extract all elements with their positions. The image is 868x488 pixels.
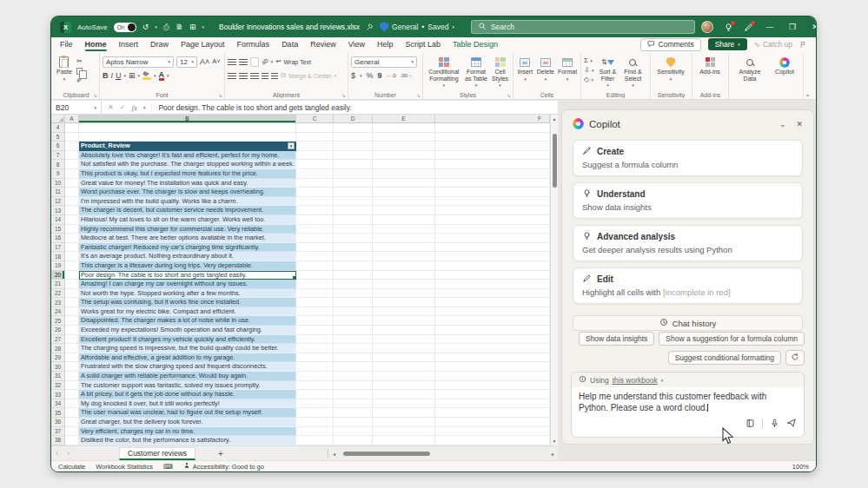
cell-A8[interactable]	[65, 160, 79, 169]
cell-C8[interactable]	[296, 160, 334, 169]
cell-F8[interactable]	[435, 160, 550, 169]
autosave-toggle[interactable]: On	[114, 23, 136, 32]
cell-B33[interactable]: A bit pricey, but it gets the job done w…	[79, 390, 296, 399]
cell-A13[interactable]	[65, 206, 79, 215]
cell-F30[interactable]	[435, 362, 550, 372]
cell-D5[interactable]	[334, 133, 373, 142]
comma-format-icon[interactable]: 9	[378, 71, 382, 80]
cell-C30[interactable]	[296, 362, 334, 372]
cell-A19[interactable]	[65, 261, 79, 271]
cell-A32[interactable]	[65, 381, 79, 391]
fill-icon[interactable]: ⇩ ▾	[584, 66, 593, 75]
fill-handle[interactable]	[293, 276, 295, 279]
cell-A17[interactable]	[65, 243, 79, 253]
whats-new-bulb-icon[interactable]	[724, 23, 733, 32]
cell-D29[interactable]	[334, 353, 373, 363]
cell-E21[interactable]	[373, 280, 435, 289]
copilot-close-icon[interactable]: ✕	[796, 120, 803, 129]
send-icon[interactable]	[786, 416, 797, 432]
cell-A37[interactable]	[65, 427, 79, 437]
add-ins-button[interactable]: Add-ins	[695, 55, 725, 76]
increase-decimal-icon[interactable]: ←.0	[387, 71, 396, 80]
cell-D6[interactable]	[334, 142, 373, 151]
alignment-dialog-launcher[interactable]: ⇘	[341, 92, 346, 98]
cell-F18[interactable]	[435, 252, 550, 261]
row-header-17[interactable]: 17	[51, 243, 65, 253]
find-select-button[interactable]: Find & Select ▾	[621, 55, 644, 89]
insert-function-icon[interactable]: fx	[131, 103, 137, 112]
cell-A23[interactable]	[65, 298, 79, 307]
font-size-select[interactable]: 12▾	[176, 56, 197, 68]
cell-D34[interactable]	[334, 399, 373, 409]
cell-B9[interactable]: This product is okay, but I expected mor…	[79, 169, 296, 179]
row-header-28[interactable]: 28	[51, 344, 65, 353]
cell-B36[interactable]: Great charger, but the delivery took for…	[79, 418, 296, 427]
cell-E22[interactable]	[373, 289, 435, 299]
cell-C9[interactable]	[296, 169, 334, 179]
menu-tab-review[interactable]: Review	[310, 37, 336, 51]
cell-C19[interactable]	[296, 261, 334, 271]
cell-C18[interactable]	[296, 252, 334, 261]
format-as-table-button[interactable]: Format as Table ▾	[464, 55, 488, 89]
font-dialog-launcher[interactable]: ⇘	[218, 92, 222, 98]
menu-tab-home[interactable]: Home	[85, 37, 107, 51]
cell-E34[interactable]	[373, 399, 435, 409]
suggestion-pill-show-a-suggestion-for-a-formula-column[interactable]: Show a suggestion for a formula column	[659, 332, 805, 346]
accounting-format-icon[interactable]: $	[351, 71, 355, 80]
cell-A38[interactable]	[65, 436, 79, 445]
cell-C32[interactable]	[296, 381, 334, 391]
cell-C10[interactable]	[296, 179, 334, 188]
row-header-23[interactable]: 23	[51, 298, 65, 307]
print-icon[interactable]: ⎙	[163, 23, 169, 31]
cell-styles-button[interactable]: Cell Styles ▾	[490, 55, 510, 89]
row-header-34[interactable]: 34	[51, 399, 65, 409]
cell-B21[interactable]: Amazing! I can charge my car overnight w…	[79, 280, 296, 289]
cell-A34[interactable]	[65, 399, 79, 409]
align-top-icon[interactable]	[228, 59, 236, 65]
merge-center-icon[interactable]: ⊟	[281, 71, 286, 80]
qat-customize-icon[interactable]: ▾	[202, 24, 205, 30]
menu-tab-insert[interactable]: Insert	[119, 37, 139, 51]
cell-E9[interactable]	[373, 169, 435, 179]
conditional-formatting-button[interactable]: Conditional Formatting ▾	[426, 55, 462, 89]
cell-E6[interactable]	[373, 142, 435, 151]
context-selector[interactable]: Using this workbook ▾	[572, 373, 804, 387]
cell-F35[interactable]	[435, 408, 550, 418]
cell-F23[interactable]	[435, 298, 550, 307]
cell-B32[interactable]: The customer support was fantastic, solv…	[79, 381, 296, 391]
scroll-left-icon[interactable]: ◂	[328, 451, 340, 457]
align-center-icon[interactable]	[239, 73, 248, 79]
cell-C26[interactable]	[296, 326, 334, 335]
cell-B16[interactable]: Mediocre at best. There are better optio…	[79, 234, 296, 243]
row-header-35[interactable]: 35	[51, 408, 65, 418]
cell-A35[interactable]	[65, 408, 79, 418]
cell-D16[interactable]	[334, 234, 373, 243]
close-button[interactable]: ✕	[809, 23, 817, 31]
cell-F9[interactable]	[435, 169, 550, 179]
cell-E25[interactable]	[373, 316, 435, 326]
cell-F25[interactable]	[435, 316, 550, 326]
cell-C29[interactable]	[296, 353, 334, 363]
grow-font-icon[interactable]: A˄	[200, 57, 209, 66]
zoom-level[interactable]: 100%	[792, 463, 809, 471]
orientation-icon[interactable]: ab	[260, 56, 270, 68]
font-name-select[interactable]: Aptos Narrow▾	[103, 56, 174, 68]
cell-E32[interactable]	[373, 381, 435, 391]
cell-C27[interactable]	[296, 335, 334, 345]
confirm-entry-icon[interactable]: ✓	[120, 103, 126, 111]
cell-C20[interactable]	[296, 271, 334, 280]
cell-F29[interactable]	[435, 353, 550, 363]
select-all-corner[interactable]	[51, 115, 65, 123]
row-header-20[interactable]: 20	[51, 271, 65, 280]
cell-A25[interactable]	[65, 316, 79, 326]
cell-C21[interactable]	[296, 280, 334, 289]
row-header-8[interactable]: 8	[51, 160, 65, 169]
cell-A18[interactable]	[65, 252, 79, 261]
menu-tab-page-layout[interactable]: Page Layout	[181, 37, 225, 51]
cell-B4[interactable]	[79, 123, 296, 133]
row-header-22[interactable]: 22	[51, 289, 65, 299]
cell-A11[interactable]	[65, 188, 79, 197]
cell-F24[interactable]	[435, 307, 550, 317]
cell-E13[interactable]	[373, 206, 435, 215]
cell-D25[interactable]	[334, 316, 373, 326]
